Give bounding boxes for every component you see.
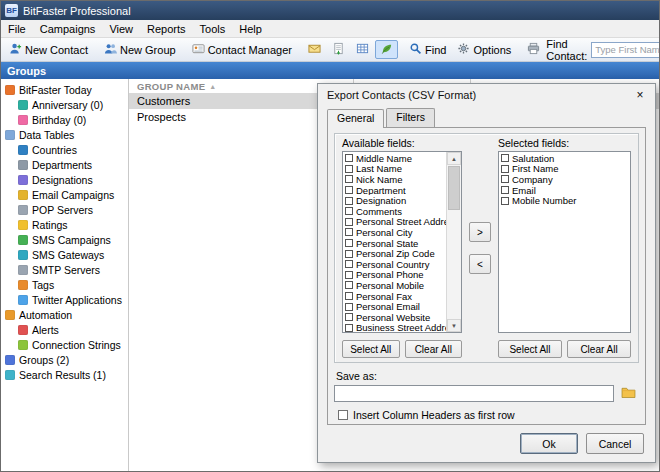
- sidebar-item-countries[interactable]: Countries: [1, 142, 128, 157]
- save-as-input[interactable]: [334, 385, 614, 402]
- print-button[interactable]: [522, 40, 545, 59]
- checkbox[interactable]: [501, 154, 509, 162]
- checkbox[interactable]: [345, 154, 353, 162]
- list-item[interactable]: Salutation: [500, 153, 630, 164]
- find-button[interactable]: Find: [404, 40, 451, 59]
- list-item[interactable]: Mobile Number: [500, 195, 630, 206]
- browse-button[interactable]: [617, 384, 639, 402]
- list-item[interactable]: Personal Street Address: [344, 217, 446, 228]
- cancel-button[interactable]: Cancel: [586, 433, 644, 454]
- new-contact-button[interactable]: New Contact: [4, 40, 93, 59]
- list-item[interactable]: Personal Phone: [344, 270, 446, 281]
- checkbox[interactable]: [345, 281, 353, 289]
- insert-headers-checkbox[interactable]: [338, 410, 348, 420]
- checkbox[interactable]: [345, 313, 353, 321]
- menu-campaigns[interactable]: Campaigns: [33, 22, 103, 36]
- list-item[interactable]: Last Name: [344, 164, 446, 175]
- ok-button[interactable]: Ok: [520, 433, 578, 454]
- list-item[interactable]: Personal Mobile: [344, 280, 446, 291]
- export-sheet-button[interactable]: [327, 40, 350, 59]
- vertical-scrollbar[interactable]: ▲ ▼: [446, 152, 461, 332]
- sidebar-item-automation[interactable]: Automation: [1, 307, 128, 322]
- selected-clear-all-button[interactable]: Clear All: [567, 340, 631, 358]
- move-right-button[interactable]: >: [469, 222, 491, 242]
- tab-filters[interactable]: Filters: [386, 108, 435, 127]
- checkbox[interactable]: [501, 197, 509, 205]
- available-select-all-button[interactable]: Select All: [342, 340, 400, 358]
- list-item[interactable]: Personal Email: [344, 301, 446, 312]
- sidebar-item-data-tables[interactable]: Data Tables: [1, 127, 128, 142]
- list-item[interactable]: Email: [500, 185, 630, 196]
- sidebar-item-pop-servers[interactable]: POP Servers: [1, 202, 128, 217]
- table-grid-button[interactable]: [351, 40, 374, 59]
- list-item[interactable]: Middle Name: [344, 153, 446, 164]
- find-contact-input[interactable]: [591, 42, 660, 58]
- checkbox[interactable]: [345, 303, 353, 311]
- checkbox[interactable]: [345, 218, 353, 226]
- sidebar-item-email-campaigns[interactable]: Email Campaigns: [1, 187, 128, 202]
- scroll-down-icon[interactable]: ▼: [447, 319, 461, 332]
- checkbox[interactable]: [345, 250, 353, 258]
- sidebar-item-sms-gateways[interactable]: SMS Gateways: [1, 247, 128, 262]
- sidebar-item-birthday[interactable]: Birthday (0): [1, 112, 128, 127]
- list-item[interactable]: Personal Country: [344, 259, 446, 270]
- checkbox[interactable]: [345, 165, 353, 173]
- list-item[interactable]: Personal Zip Code: [344, 248, 446, 259]
- checkbox[interactable]: [501, 186, 509, 194]
- contact-manager-button[interactable]: Contact Manager: [187, 40, 297, 59]
- export-csv-button[interactable]: [375, 40, 398, 59]
- sidebar-item-sms-campaigns[interactable]: SMS Campaigns: [1, 232, 128, 247]
- selected-select-all-button[interactable]: Select All: [498, 340, 562, 358]
- sidebar-item-departments[interactable]: Departments: [1, 157, 128, 172]
- checkbox[interactable]: [345, 186, 353, 194]
- list-item[interactable]: Comments: [344, 206, 446, 217]
- scrollbar-thumb[interactable]: [448, 166, 460, 210]
- list-item[interactable]: Personal City: [344, 227, 446, 238]
- checkbox[interactable]: [501, 175, 509, 183]
- menu-reports[interactable]: Reports: [140, 22, 193, 36]
- close-icon[interactable]: ×: [625, 84, 655, 106]
- menu-file[interactable]: File: [1, 22, 33, 36]
- new-group-button[interactable]: New Group: [99, 40, 181, 59]
- scroll-up-icon[interactable]: ▲: [447, 152, 461, 165]
- tab-general[interactable]: General: [327, 109, 384, 128]
- sidebar-item-search-results[interactable]: Search Results (1): [1, 367, 128, 382]
- sidebar-item-designations[interactable]: Designations: [1, 172, 128, 187]
- checkbox[interactable]: [345, 324, 353, 332]
- sidebar-item-ratings[interactable]: Ratings: [1, 217, 128, 232]
- menu-help[interactable]: Help: [232, 22, 269, 36]
- checkbox[interactable]: [345, 292, 353, 300]
- list-item[interactable]: Personal Fax: [344, 291, 446, 302]
- list-item[interactable]: Business Street Address: [344, 323, 446, 333]
- sidebar-item-connection-strings[interactable]: Connection Strings: [1, 337, 128, 352]
- sidebar-item-smtp-servers[interactable]: SMTP Servers: [1, 262, 128, 277]
- checkbox[interactable]: [501, 165, 509, 173]
- checkbox[interactable]: [345, 207, 353, 215]
- mail-button[interactable]: [303, 40, 326, 59]
- list-item[interactable]: Department: [344, 185, 446, 196]
- sidebar-item-tags[interactable]: Tags: [1, 277, 128, 292]
- list-item[interactable]: Company: [500, 174, 630, 185]
- checkbox[interactable]: [345, 239, 353, 247]
- list-item[interactable]: Personal Website: [344, 312, 446, 323]
- checkbox[interactable]: [345, 228, 353, 236]
- list-item[interactable]: Designation: [344, 195, 446, 206]
- sidebar-item-groups[interactable]: Groups (2): [1, 352, 128, 367]
- menu-view[interactable]: View: [102, 22, 140, 36]
- menu-tools[interactable]: Tools: [193, 22, 233, 36]
- sidebar-item-twitter-applications[interactable]: Twitter Applications: [1, 292, 128, 307]
- sidebar-item-bitfaster-today[interactable]: BitFaster Today: [1, 82, 128, 97]
- options-button[interactable]: Options: [452, 40, 516, 59]
- move-left-button[interactable]: <: [469, 254, 491, 274]
- checkbox[interactable]: [345, 260, 353, 268]
- checkbox[interactable]: [345, 271, 353, 279]
- list-item[interactable]: Personal State: [344, 238, 446, 249]
- available-clear-all-button[interactable]: Clear All: [405, 340, 463, 358]
- sidebar-item-anniversary[interactable]: Anniversary (0): [1, 97, 128, 112]
- list-item[interactable]: Nick Name: [344, 174, 446, 185]
- field-label: Personal Fax: [356, 291, 412, 302]
- checkbox[interactable]: [345, 175, 353, 183]
- checkbox[interactable]: [345, 197, 353, 205]
- sidebar-item-alerts[interactable]: Alerts: [1, 322, 128, 337]
- list-item[interactable]: First Name: [500, 164, 630, 175]
